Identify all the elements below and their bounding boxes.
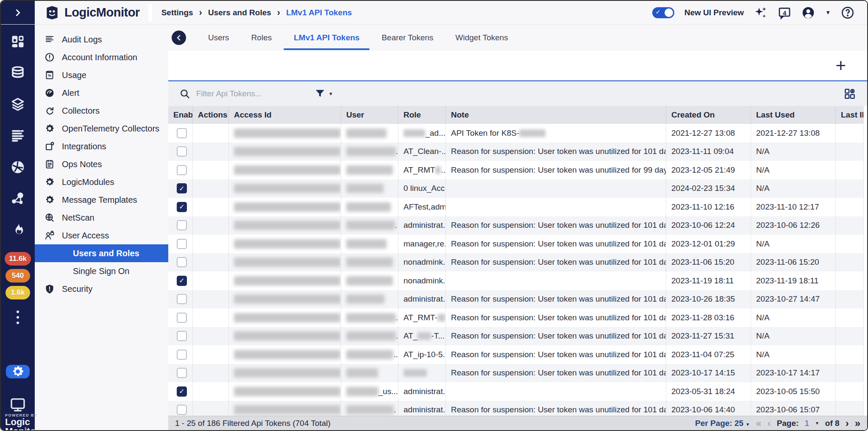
enable-checkbox-checked[interactable]: ✓	[177, 276, 187, 286]
ai-sparkles-icon[interactable]	[754, 6, 768, 20]
sidebar-item-usage[interactable]: %Usage	[35, 66, 168, 84]
sidebar-item-ops-notes[interactable]: Ops Notes	[35, 155, 168, 173]
enable-checkbox[interactable]	[177, 350, 187, 360]
add-token-button[interactable]: +	[835, 57, 846, 75]
enable-checkbox[interactable]	[177, 257, 187, 267]
modules-nav-icon[interactable]	[10, 97, 25, 112]
last-ip-cell	[836, 308, 867, 327]
per-page-control[interactable]: Per Page: 25 ▼	[695, 419, 750, 428]
mapping-nav-icon[interactable]	[10, 191, 25, 206]
resources-nav-icon[interactable]	[10, 65, 25, 81]
role-text: AT_RMT	[403, 165, 435, 175]
sidebar-item-collectors[interactable]: Collectors	[35, 102, 168, 120]
filter-tokens-input[interactable]	[196, 89, 294, 98]
last-used-cell: N/A	[751, 161, 836, 179]
sidebar-item-alert[interactable]: Alert	[35, 84, 168, 102]
column-header-actions[interactable]: Actions	[193, 106, 229, 124]
created-on-cell: 2023-11-27 15:31	[666, 327, 751, 346]
sidebar-item-message-templates[interactable]: Message Templates	[35, 191, 168, 209]
netscan-icon	[44, 212, 55, 223]
sidebar-item-audit-logs[interactable]: Audit Logs	[35, 31, 168, 48]
sidebar-item-user-access[interactable]: User Access	[35, 227, 168, 244]
alerts-nav-icon[interactable]	[10, 222, 25, 238]
column-header-last-used[interactable]: Last Used	[751, 106, 836, 124]
breadcrumb-item[interactable]: Users and Roles	[208, 8, 271, 17]
sidebar-item-account-information[interactable]: Account Information	[35, 48, 168, 66]
table-row: _ad...API Token for K8S-2021-12-27 13:08…	[168, 124, 867, 143]
tab-roles[interactable]: Roles	[240, 26, 283, 49]
more-menu-icon[interactable]	[17, 311, 19, 324]
column-header-user[interactable]: User	[341, 106, 398, 124]
prev-page-button[interactable]: ‹	[768, 418, 771, 428]
alert-count-badge[interactable]: 540	[6, 269, 30, 283]
new-ui-preview-toggle[interactable]: ✓	[652, 7, 674, 18]
column-header-last-ip[interactable]: Last IP	[836, 106, 867, 124]
sidebar-item-opentelemetry-collectors[interactable]: OpenTelemetry Collectors	[35, 120, 168, 137]
enable-checkbox-checked[interactable]: ✓	[177, 386, 187, 397]
sidebar-item-single-sign-on[interactable]: Single Sign On	[35, 262, 168, 280]
access-id-cell	[229, 253, 341, 272]
enable-checkbox[interactable]	[177, 368, 187, 378]
user-redacted	[346, 202, 391, 212]
sidebar-item-users-and-roles[interactable]: Users and Roles	[35, 244, 168, 262]
sidebar-item-label: Integrations	[62, 142, 106, 151]
expand-sidebar-button[interactable]	[1, 1, 35, 24]
role-text: administrat...	[403, 387, 446, 396]
user-redacted	[346, 387, 378, 396]
enable-checkbox[interactable]	[177, 220, 187, 230]
first-page-button[interactable]: «	[756, 418, 761, 428]
page-caret-icon[interactable]: ▼	[815, 421, 819, 425]
column-header-enable[interactable]: Enable	[168, 106, 193, 124]
tab-widget-tokens[interactable]: Widget Tokens	[445, 26, 519, 49]
enable-checkbox[interactable]	[177, 146, 187, 157]
actions-cell	[193, 161, 229, 179]
last-page-button[interactable]: »	[855, 418, 860, 428]
enable-checkbox-checked[interactable]: ✓	[177, 202, 187, 212]
tab-users[interactable]: Users	[197, 26, 240, 49]
tab-bearer-tokens[interactable]: Bearer Tokens	[370, 26, 444, 49]
logs-nav-icon[interactable]	[10, 128, 25, 143]
last-used-cell: N/A	[751, 235, 836, 253]
remote-session-icon[interactable]	[9, 396, 26, 413]
collapse-tabs-button[interactable]	[172, 31, 186, 45]
enable-checkbox[interactable]	[177, 294, 187, 304]
websites-nav-icon[interactable]	[10, 160, 25, 175]
tab-lmv1-api-tokens[interactable]: LMv1 API Tokens	[283, 26, 370, 49]
column-header-role[interactable]: Role	[398, 106, 446, 124]
sidebar-item-netscan[interactable]: NetScan	[35, 209, 168, 227]
sidebar-item-integrations[interactable]: Integrations	[35, 137, 168, 155]
help-icon[interactable]	[841, 6, 854, 20]
table-scrollbar-track[interactable]	[863, 106, 867, 416]
enable-cell: ✓	[168, 271, 193, 290]
sidebar-item-label: Account Information	[62, 53, 137, 62]
next-page-button[interactable]: ›	[846, 418, 849, 428]
settings-nav-active[interactable]	[6, 365, 30, 378]
filter-menu-button[interactable]: ▼	[315, 89, 333, 99]
sidebar-item-logicmodules[interactable]: LogicModules	[35, 173, 168, 191]
enable-checkbox[interactable]	[177, 165, 187, 175]
enable-checkbox-checked[interactable]: ✓	[177, 183, 187, 193]
enable-checkbox[interactable]	[177, 239, 187, 249]
feedback-chat-icon[interactable]: 4	[778, 6, 791, 20]
alert-count-badge[interactable]: 11.6k	[5, 252, 31, 266]
enable-checkbox[interactable]	[177, 313, 187, 323]
breadcrumb-item[interactable]: Settings	[161, 8, 193, 17]
column-settings-button[interactable]	[843, 87, 856, 100]
note-text: Reason for suspension: User token was un…	[451, 147, 666, 156]
breadcrumb-item[interactable]: LMv1 API Tokens	[286, 8, 352, 17]
enable-checkbox[interactable]	[177, 405, 187, 415]
dashboards-nav-icon[interactable]	[10, 34, 25, 49]
enable-checkbox[interactable]	[177, 331, 187, 341]
alert-count-badge[interactable]: 1.6k	[6, 286, 30, 299]
usage-icon: %	[44, 70, 55, 81]
column-header-access-id[interactable]: Access Id	[229, 106, 341, 124]
column-header-note[interactable]: Note	[446, 106, 666, 124]
sidebar-item-security[interactable]: Security	[35, 280, 168, 298]
logicmonitor-logo[interactable]: LogicMonitor	[35, 4, 152, 21]
column-header-created-on[interactable]: Created On	[666, 106, 751, 124]
current-page-value[interactable]: 1	[804, 419, 809, 428]
tokens-table: EnableActionsAccess IdUserRoleNoteCreate…	[168, 106, 867, 416]
user-avatar-icon[interactable]	[801, 6, 815, 20]
enable-checkbox[interactable]	[177, 128, 187, 138]
avatar-menu-caret-icon[interactable]: ▼	[825, 9, 831, 16]
